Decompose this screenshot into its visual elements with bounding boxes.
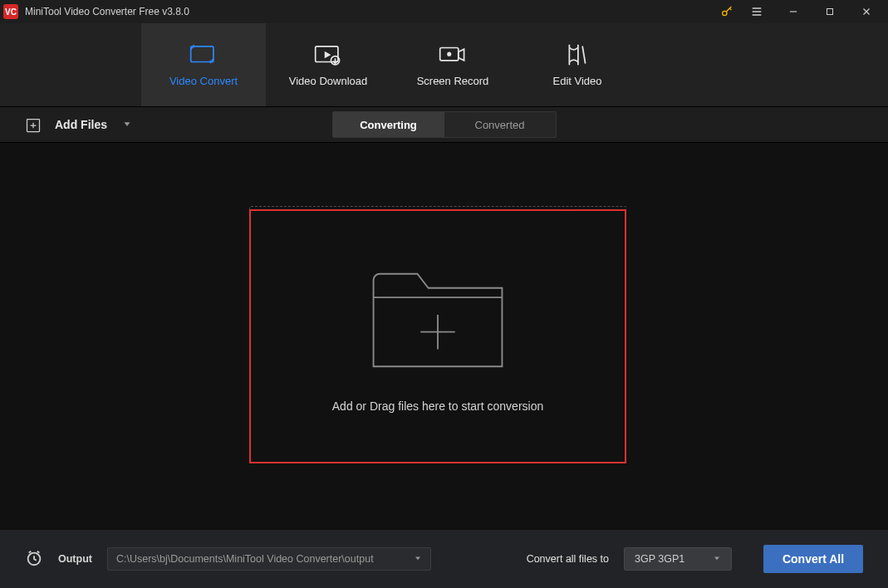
svg-marker-14: [415, 557, 419, 560]
tab-converting[interactable]: Converting: [333, 112, 444, 137]
add-files-dropdown-icon[interactable]: [122, 118, 132, 131]
svg-marker-4: [325, 51, 331, 58]
chevron-down-icon: [414, 553, 422, 565]
tab-screen-record[interactable]: Screen Record: [390, 23, 515, 106]
app-window: VC MiniTool Video Converter Free v3.8.0 …: [0, 0, 888, 588]
upgrade-key-icon[interactable]: [720, 5, 733, 18]
conversion-status-tabs: Converting Converted: [332, 111, 557, 138]
svg-marker-15: [715, 557, 719, 560]
tab-edit-video[interactable]: Edit Video: [515, 23, 640, 106]
chevron-down-icon: [713, 553, 721, 565]
output-format-select[interactable]: 3GP 3GP1: [624, 547, 732, 571]
content-area: Add or Drag files here to start conversi…: [0, 143, 888, 530]
svg-rect-2: [191, 46, 213, 61]
output-label: Output: [58, 553, 92, 565]
schedule-icon[interactable]: [25, 549, 43, 570]
convert-all-files-label: Convert all files to: [527, 553, 609, 565]
video-convert-icon: [189, 43, 218, 66]
nav-label: Edit Video: [552, 75, 601, 87]
tab-video-download[interactable]: Video Download: [266, 23, 390, 106]
dropzone-text: Add or Drag files here to start conversi…: [332, 399, 543, 413]
svg-rect-1: [827, 9, 833, 15]
app-logo-icon: VC: [3, 4, 18, 19]
hamburger-menu-icon[interactable]: [738, 0, 775, 23]
titlebar: VC MiniTool Video Converter Free v3.8.0: [0, 0, 888, 23]
output-path-value: C:\Users\bj\Documents\MiniTool Video Con…: [116, 553, 374, 565]
tab-converted[interactable]: Converted: [444, 112, 556, 137]
add-files-button[interactable]: Add Files: [25, 117, 132, 132]
convert-all-button[interactable]: Convert All: [763, 545, 863, 573]
svg-point-7: [447, 51, 451, 56]
main-nav: Video Convert Video Download Screen Reco…: [0, 23, 888, 106]
bottom-bar: Output C:\Users\bj\Documents\MiniTool Vi…: [0, 530, 888, 588]
output-format-value: 3GP 3GP1: [635, 553, 684, 565]
folder-plus-icon: [367, 257, 508, 375]
dropzone[interactable]: Add or Drag files here to start conversi…: [249, 206, 626, 463]
nav-label: Video Download: [289, 75, 367, 87]
conversion-toolbar: Add Files Converting Converted: [0, 106, 888, 143]
add-files-icon: [25, 117, 40, 132]
output-path-select[interactable]: C:\Users\bj\Documents\MiniTool Video Con…: [107, 547, 431, 571]
nav-label: Video Convert: [169, 75, 238, 87]
minimize-button[interactable]: [775, 0, 812, 23]
maximize-button[interactable]: [812, 0, 848, 23]
close-button[interactable]: [848, 0, 885, 23]
add-files-label: Add Files: [55, 118, 107, 131]
tab-video-convert[interactable]: Video Convert: [141, 23, 266, 106]
svg-marker-9: [125, 123, 130, 126]
app-title: MiniTool Video Converter Free v3.8.0: [25, 6, 189, 17]
svg-point-0: [723, 11, 727, 15]
nav-label: Screen Record: [417, 75, 489, 87]
video-download-icon: [314, 43, 342, 66]
edit-video-icon: [565, 43, 590, 66]
screen-record-icon: [439, 43, 467, 66]
